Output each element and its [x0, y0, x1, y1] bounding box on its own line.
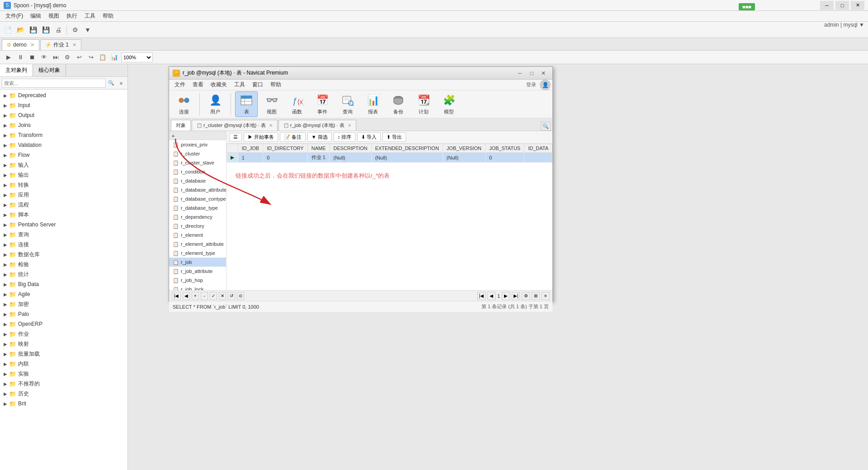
nav-login-btn[interactable]: 登录: [526, 81, 536, 88]
nav-list-r-element-attribute[interactable]: 📋 r_element_attribute: [169, 240, 226, 249]
tree-item-bulk[interactable]: ▶ 📁 批量加载: [0, 349, 127, 359]
th-extended-description[interactable]: EXTENDED_DESCRIPTION: [371, 144, 443, 153]
nav-tool-report[interactable]: 📊 报表: [362, 91, 384, 117]
nav-tool-model[interactable]: 🧩 模型: [438, 91, 460, 117]
tree-item-deprecated-cn[interactable]: ▶ 📁 不推荐的: [0, 379, 127, 389]
tree-item-palo[interactable]: ▶ 📁 Palo: [0, 309, 127, 319]
nav-menu-icon-btn[interactable]: ☰: [229, 133, 242, 141]
nav-check-btn[interactable]: ✓: [210, 292, 217, 300]
nav-grid-view-btn[interactable]: ⊞: [532, 292, 540, 300]
th-id-job[interactable]: ID_JOB: [238, 144, 263, 153]
tree-item-warehouse[interactable]: ▶ 📁 数据仓库: [0, 249, 127, 259]
menu-run[interactable]: 执行: [63, 11, 81, 21]
run5-button[interactable]: 📊: [109, 52, 119, 62]
tree-item-brit[interactable]: ▶ 📁 Brit: [0, 399, 127, 409]
tree-item-joins[interactable]: ▶ 📁 Joins: [0, 120, 127, 130]
tree-item-agile[interactable]: ▶ 📁 Agile: [0, 289, 127, 299]
nav-menu-help[interactable]: 帮助: [267, 80, 285, 89]
nav-menu-file[interactable]: 文件: [171, 80, 189, 89]
menu-view[interactable]: 视图: [45, 11, 63, 21]
nav-cancel-row-btn[interactable]: ✕: [219, 292, 226, 300]
tree-item-experiment[interactable]: ▶ 📁 实验: [0, 369, 127, 379]
tree-item-validation[interactable]: ▶ 📁 Validation: [0, 140, 127, 150]
tree-item-process[interactable]: ▶ 📁 流程: [0, 200, 127, 210]
minimize-button[interactable]: ─: [820, 1, 834, 10]
nav-tab-rcluster[interactable]: 📋 r_cluster @mysql (本地) · 表 ✕: [192, 120, 278, 131]
nav-list-r-condition[interactable]: 📋 r_condition: [169, 167, 226, 176]
tree-item-output-cn[interactable]: ▶ 📁 输出: [0, 170, 127, 180]
nav-tool-query[interactable]: 查询: [336, 91, 359, 117]
nav-tool-event[interactable]: 📅 事件: [311, 91, 334, 117]
nav-tool-view[interactable]: 👓 视图: [260, 91, 283, 117]
tree-item-output[interactable]: ▶ 📁 Output: [0, 110, 127, 120]
save-button[interactable]: 💾: [27, 24, 39, 36]
nav-import-btn[interactable]: ⬇ 导入: [357, 132, 381, 142]
tree-item-openerp[interactable]: ▶ 📁 OpenERP: [0, 319, 127, 329]
zoom-select[interactable]: 100% 75% 50% 150%: [121, 52, 153, 62]
run4-button[interactable]: 📋: [98, 52, 108, 62]
tree-item-input-cn[interactable]: ▶ 📁 输入: [0, 160, 127, 170]
tree-item-history[interactable]: ▶ 📁 历史: [0, 389, 127, 399]
sidebar-tab-main[interactable]: 主对象列: [0, 64, 33, 76]
tree-item-flow[interactable]: ▶ 📁 Flow: [0, 150, 127, 160]
nav-list-r-dependency[interactable]: 📋 r_dependency: [169, 212, 226, 221]
menu-file[interactable]: 文件(F): [2, 11, 27, 21]
nav-list-r-job-hop[interactable]: 📋 r_job_hop: [169, 276, 226, 285]
nav-export-btn[interactable]: ⬆ 导出: [382, 132, 406, 142]
tree-item-transform[interactable]: ▶ 📁 Transform: [0, 130, 127, 140]
tab-job1[interactable]: ⚡ 作业 1 ✕: [40, 39, 81, 50]
tree-item-check[interactable]: ▶ 📁 检验: [0, 259, 127, 269]
tree-item-connect[interactable]: ▶ 📁 连接: [0, 240, 127, 249]
nav-settings-row-btn[interactable]: ⚙: [522, 292, 530, 300]
tree-item-mapping[interactable]: ▶ 📁 映射: [0, 339, 127, 349]
nav-page-last-btn[interactable]: ▶|: [512, 292, 520, 300]
th-id-data[interactable]: ID_DATA: [524, 144, 552, 153]
nav-menu-view[interactable]: 查看: [189, 80, 207, 89]
nav-list-r-cluster[interactable]: 📋 r_cluster: [169, 149, 226, 158]
nav-sort-btn[interactable]: ↕ 排序: [334, 132, 356, 142]
nav-page-prev-btn[interactable]: ◀: [487, 292, 495, 300]
navicat-minimize[interactable]: ─: [514, 69, 525, 78]
tab-demo[interactable]: ⚙ demo ✕: [2, 39, 39, 50]
nav-tool-connect[interactable]: 连接: [173, 91, 195, 117]
run3-button[interactable]: ↪: [86, 52, 96, 62]
print-button[interactable]: 🖨: [52, 24, 64, 36]
nav-menu-tools[interactable]: 工具: [231, 80, 249, 89]
open-button[interactable]: 📂: [14, 24, 26, 36]
nav-list-r-element-type[interactable]: 📋 r_element_type: [169, 249, 226, 258]
tab-job1-close[interactable]: ✕: [72, 42, 76, 48]
new-file-button[interactable]: 📄: [2, 24, 14, 36]
nav-tool-schedule[interactable]: 📆 计划: [412, 91, 435, 117]
table-row[interactable]: ▶ 1 0 作业 1 (Null) (Null) (Null) 0: [226, 153, 552, 163]
eye-button[interactable]: 👁: [39, 52, 49, 62]
nav-stop-btn[interactable]: ⊙: [237, 292, 244, 300]
tree-item-stats[interactable]: ▶ 📁 统计: [0, 269, 127, 279]
nav-tool-func[interactable]: ƒ(x) 函数: [286, 91, 308, 117]
search-btn[interactable]: 🔍: [107, 79, 116, 88]
nav-filter-btn[interactable]: ▼ 筛选: [307, 132, 332, 142]
tree-item-inline[interactable]: ▶ 📁 内联: [0, 359, 127, 369]
nav-page-first-btn[interactable]: |◀: [477, 292, 486, 300]
tab-demo-close[interactable]: ✕: [30, 42, 34, 48]
play-button[interactable]: ▶: [4, 52, 14, 62]
run-config-button[interactable]: ⚙: [62, 52, 72, 62]
close-button[interactable]: ✕: [851, 1, 864, 10]
menu-edit[interactable]: 编辑: [27, 11, 45, 21]
nav-list-r-cluster-slave[interactable]: 📋 r_cluster_slave: [169, 158, 226, 167]
tree-item-query[interactable]: ▶ 📁 查询: [0, 230, 127, 240]
search-input[interactable]: [2, 79, 106, 88]
nav-tab-rjob-close[interactable]: ✕: [348, 123, 351, 128]
nav-delete-row-btn[interactable]: -: [201, 292, 208, 300]
th-id-directory[interactable]: ID_DIRECTORY: [263, 144, 308, 153]
nav-list-r-job[interactable]: 📋 r_job: [169, 258, 226, 267]
tree-item-input[interactable]: ▶ 📁 Input: [0, 100, 127, 110]
nav-tab-rjob[interactable]: 📋 r_job @mysql (本地) · 表 ✕: [278, 120, 356, 131]
nav-left-arrow-btn[interactable]: |◀: [172, 292, 181, 300]
nav-tab-rcluster-close[interactable]: ✕: [269, 123, 273, 128]
th-job-status[interactable]: JOB_STATUS: [485, 144, 524, 153]
navicat-close[interactable]: ✕: [538, 69, 549, 78]
nav-prev-btn[interactable]: ◀: [183, 292, 190, 300]
menu-tools[interactable]: 工具: [81, 11, 99, 21]
search-options-btn[interactable]: ≡: [117, 79, 126, 88]
nav-list-proxies-priv[interactable]: 📋 proxies_priv: [169, 140, 226, 149]
